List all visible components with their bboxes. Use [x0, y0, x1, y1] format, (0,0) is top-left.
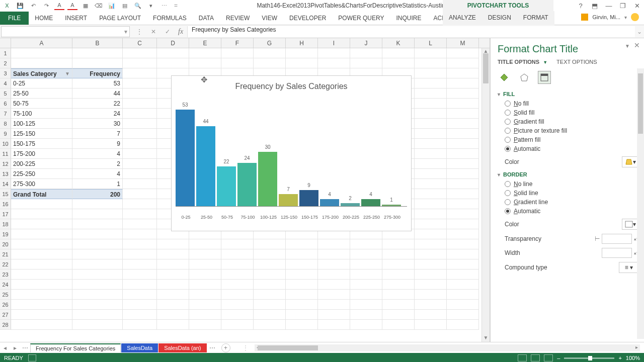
scroll-down-icon[interactable]: ▼ [482, 335, 490, 342]
cell[interactable] [415, 189, 447, 199]
fill-option-picture-or-texture-fill[interactable]: Picture or texture fill [505, 127, 639, 134]
cell[interactable] [123, 119, 157, 129]
cell[interactable] [286, 280, 318, 290]
cell[interactable] [189, 269, 221, 280]
cell[interactable] [415, 58, 447, 68]
cell[interactable] [123, 199, 157, 209]
cell[interactable] [415, 78, 447, 88]
border-option-solid-line[interactable]: Solid line [505, 190, 639, 197]
cell[interactable] [286, 290, 318, 300]
cell[interactable]: 275-300 [11, 179, 72, 189]
cell[interactable] [415, 229, 447, 239]
row-header[interactable]: 17 [0, 209, 11, 219]
border-section-header[interactable]: ▾BORDER [498, 171, 639, 177]
cell[interactable] [123, 58, 157, 68]
column-header-D[interactable]: D [157, 38, 189, 48]
row-header[interactable]: 10 [0, 139, 11, 149]
cell[interactable] [11, 280, 72, 290]
cell[interactable] [447, 58, 479, 68]
radio-icon[interactable] [505, 146, 511, 152]
cell[interactable] [254, 48, 286, 58]
cell[interactable] [72, 259, 123, 269]
cell[interactable] [350, 239, 382, 249]
enter-icon[interactable]: ✓ [162, 26, 173, 37]
cell[interactable] [123, 149, 157, 159]
cell[interactable] [254, 259, 286, 269]
cell[interactable] [415, 269, 447, 280]
cell[interactable] [189, 300, 221, 310]
pane-options-icon[interactable]: ▼ [625, 43, 630, 49]
zoom-level[interactable]: 100% [626, 355, 640, 361]
cell[interactable] [382, 249, 415, 259]
restore-button[interactable]: ❐ [618, 1, 628, 10]
tab-inquire[interactable]: INQUIRE [390, 12, 427, 25]
cell[interactable] [123, 229, 157, 239]
cell[interactable]: 175-200 [11, 149, 72, 159]
cell[interactable] [157, 48, 189, 58]
cell[interactable] [447, 159, 479, 169]
cell[interactable] [382, 259, 415, 269]
cell[interactable]: 44 [72, 88, 123, 99]
cell[interactable] [382, 280, 415, 290]
compound-type-picker[interactable]: ≡ ▾ [619, 262, 639, 273]
chart-bar[interactable] [279, 194, 298, 207]
cell[interactable] [254, 310, 286, 320]
cell[interactable] [254, 239, 286, 249]
cell[interactable]: 125-150 [11, 129, 72, 139]
cell[interactable] [123, 99, 157, 109]
cell[interactable] [447, 259, 479, 269]
cell[interactable] [11, 269, 72, 280]
border-option-automatic[interactable]: Automatic [505, 208, 639, 215]
cell[interactable] [447, 249, 479, 259]
cell[interactable] [221, 310, 254, 320]
column-header-F[interactable]: F [221, 38, 254, 48]
cell[interactable] [189, 48, 221, 58]
row-header[interactable]: 13 [0, 169, 11, 179]
cell[interactable] [254, 249, 286, 259]
name-box-dropdown-icon[interactable]: ▾ [124, 28, 127, 35]
cell[interactable]: 30 [72, 119, 123, 129]
cell[interactable] [72, 48, 123, 58]
cell[interactable] [447, 269, 479, 280]
column-header-A[interactable]: A [11, 38, 72, 48]
cell[interactable] [123, 310, 157, 320]
cell[interactable] [318, 310, 350, 320]
qat-customize-icon[interactable]: ▾ [146, 1, 156, 10]
cell[interactable] [157, 58, 189, 68]
cell[interactable] [189, 320, 221, 330]
radio-icon[interactable] [505, 137, 511, 143]
cell[interactable] [11, 310, 72, 320]
cell[interactable] [123, 109, 157, 119]
cell[interactable] [189, 58, 221, 68]
fill-color-icon[interactable]: A [67, 1, 77, 10]
cell[interactable] [157, 280, 189, 290]
row-header[interactable]: 5 [0, 88, 11, 99]
cell[interactable] [447, 78, 479, 88]
horizontal-scrollbar[interactable]: ◂ ▸ [255, 344, 640, 351]
cell[interactable] [11, 259, 72, 269]
user-name[interactable]: Girvin, Mi... [592, 14, 620, 20]
chart-bar[interactable] [361, 199, 380, 207]
cell[interactable] [415, 300, 447, 310]
fill-option-pattern-fill[interactable]: Pattern fill [505, 136, 639, 143]
cell[interactable] [123, 300, 157, 310]
cell[interactable] [447, 199, 479, 209]
column-header-H[interactable]: H [286, 38, 318, 48]
border-option-gradient-line[interactable]: Gradient line [505, 199, 639, 206]
radio-icon[interactable] [505, 199, 511, 205]
cell[interactable] [415, 290, 447, 300]
cell[interactable] [415, 209, 447, 219]
row-header[interactable]: 24 [0, 280, 11, 290]
cell[interactable] [123, 280, 157, 290]
radio-icon[interactable] [505, 101, 511, 107]
cell[interactable] [350, 290, 382, 300]
context-tab-analyze[interactable]: ANALYZE [443, 11, 482, 25]
column-header-C[interactable]: C [123, 38, 157, 48]
effects-category-icon[interactable] [518, 71, 531, 84]
vertical-scrollbar[interactable]: ▲ ▼ [481, 48, 490, 342]
row-header[interactable]: 8 [0, 119, 11, 129]
cell[interactable] [350, 58, 382, 68]
cell[interactable] [382, 58, 415, 68]
cell[interactable] [123, 48, 157, 58]
cell[interactable] [72, 280, 123, 290]
